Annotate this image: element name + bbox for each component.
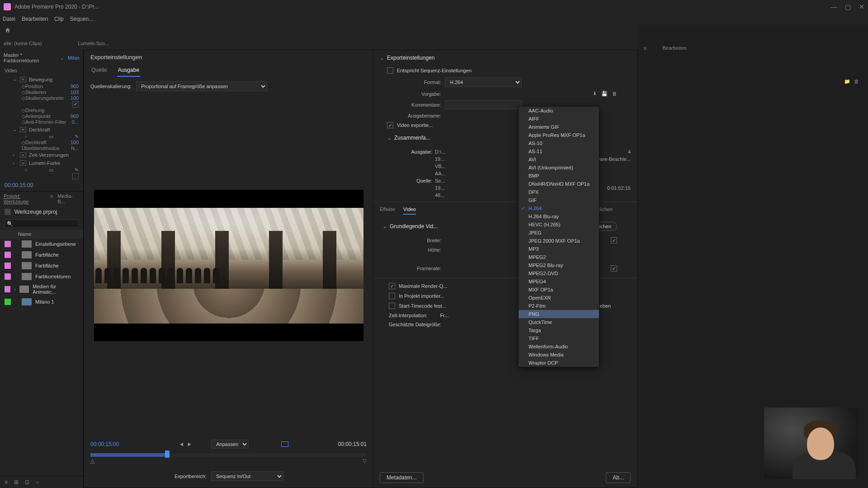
chevron-down-icon[interactable]: ⌄ [380,55,384,61]
prop-position[interactable]: ◇Position960 [0,84,83,89]
interp-value[interactable]: Fr... [440,313,449,318]
search-input[interactable] [5,220,79,228]
format-option[interactable]: AIFF [519,115,599,123]
opacity-masks[interactable]: ○▭✎ [0,134,83,140]
format-option[interactable]: MPEG4 [519,277,599,286]
prop-rotation[interactable]: ◇Drehung [0,108,83,113]
delete-preset-icon[interactable]: 🗑 [612,91,617,97]
menu-edit[interactable]: Bearbeiten [22,16,48,22]
format-option[interactable]: OpenEXR [519,294,599,302]
max-quality-cb[interactable] [389,283,395,289]
link-width-cb[interactable] [611,237,617,244]
freeform-icon[interactable]: ⊡ [25,479,29,485]
playhead[interactable] [165,450,170,458]
format-option[interactable]: AVI [519,155,599,164]
format-option[interactable]: Targa [519,326,599,334]
format-dropdown[interactable]: AAC-AudioAIFFAnimierte GIFApple ProRes M… [518,106,599,367]
scaling-select[interactable]: Proportional auf Framegröße anpassen [136,81,267,91]
effect-motion[interactable]: ⌄fxBewegung [0,75,83,84]
minimize-icon[interactable]: — [830,3,837,10]
list-view-icon[interactable]: ≡ [5,479,8,485]
project-item[interactable]: Farbfläche [0,260,83,271]
prop-scale[interactable]: ◇Skalieren103 [0,89,83,95]
folder-icon[interactable]: 📁 [844,79,850,84]
format-option[interactable]: Windows Media [519,351,599,359]
chevron-down-icon[interactable]: ⌄ [387,135,392,141]
format-option[interactable]: AVI (Unkomprimiert) [519,164,599,172]
prop-blend[interactable]: ÜberblendmodusN... [0,145,83,151]
format-option[interactable]: DNxHR/DNxHD MXF OP1a [519,180,599,188]
format-option[interactable]: Apple ProRes MXF OP1a [519,131,599,139]
maximize-icon[interactable]: ▢ [845,3,851,10]
timeline-track[interactable]: △▽ [84,453,373,468]
format-option[interactable]: AS-10 [519,139,599,147]
format-option[interactable]: Wellenform-Audio [519,343,599,351]
effect-opacity[interactable]: ⌄fxDeckkraft [0,125,83,134]
effects-timecode[interactable]: 00:00:15:00 [0,179,83,191]
metadata-button[interactable]: Metadaten... [380,472,424,483]
project-search[interactable] [0,218,83,230]
prop-opacity-val[interactable]: ◇Deckkraft100 [0,140,83,145]
tab-media[interactable]: Media-B... [57,193,80,204]
format-option[interactable]: MPEG2-DVD [519,269,599,277]
format-option[interactable]: HEVC (H.265) [519,221,599,229]
icon-view-icon[interactable]: ⊞ [14,479,19,485]
project-item[interactable]: ›Medien für Animatic... [0,282,83,296]
format-option[interactable]: TIFF [519,334,599,343]
tab-effects[interactable]: Effekte [380,205,395,215]
fit-select[interactable]: Anpassen [211,440,249,449]
format-option[interactable]: P2-Film [519,302,599,310]
format-option[interactable]: JPEG [519,229,599,237]
tab-output[interactable]: Ausgabe [117,64,140,77]
match-sequence-cb[interactable] [387,67,393,74]
zoom-icon[interactable]: ○ [36,479,39,485]
export-video-cb[interactable] [387,122,393,128]
project-item[interactable]: Farbkorrekturen [0,271,83,282]
format-option[interactable]: QuickTime [519,318,599,326]
col-name[interactable]: Name [0,230,83,239]
save-preset-icon[interactable]: 💾 [601,91,608,97]
format-option[interactable]: MP3 [519,245,599,253]
tab-project[interactable]: Projekt: Werkzeuge [4,193,46,204]
tab-source[interactable]: Quelle [90,64,108,77]
format-option[interactable]: MXF OP1a [519,286,599,294]
timecode-start[interactable]: 00:00:15:00 [90,441,119,447]
menu-sequence[interactable]: Sequen... [70,16,93,22]
format-option[interactable]: AS-11 [519,147,599,155]
out-marker[interactable]: ▽ [363,458,367,464]
format-option[interactable]: AAC-Audio [519,107,599,115]
format-option[interactable]: GIF [519,196,599,204]
in-marker[interactable]: △ [90,458,94,464]
effect-lumetri[interactable]: ›fxLumetri-Farbe [0,159,83,167]
import-project-cb[interactable] [389,293,395,299]
format-option[interactable]: MPEG2 Blu-ray [519,261,599,269]
prop-flicker[interactable]: ◇Anti-Flimmer-Filter0... [0,119,83,125]
clip-label[interactable]: Milan [68,55,80,61]
preview-video[interactable] [94,190,363,341]
project-item[interactable]: Einstellungsebene [0,239,83,249]
cancel-button[interactable]: Ab... [606,472,631,483]
comment-input[interactable] [445,100,522,109]
close-icon[interactable]: ✕ [859,3,864,10]
project-item[interactable]: Farbfläche [0,249,83,260]
project-item[interactable]: Milano 1 [0,296,83,307]
format-option[interactable]: H.264 Blu-ray [519,212,599,221]
right-tab-1[interactable]: s [644,45,646,51]
right-tab-edit[interactable]: Bearbeiten [663,45,687,51]
menu-clip[interactable]: Clip [54,16,64,22]
expand-icon[interactable]: › [14,286,16,292]
chevron-down-icon[interactable]: ⌄ [60,55,64,61]
format-select[interactable]: H.264 [445,77,522,87]
effect-time-remap[interactable]: ›fxZeit-Verzerrungen [0,151,83,159]
menu-file[interactable]: Datei [3,16,15,22]
format-option[interactable]: BMP [519,172,599,180]
download-preset-icon[interactable]: ⬇ [593,91,597,97]
uniform-scale-cb[interactable] [0,101,83,108]
format-option[interactable]: DPX [519,188,599,196]
format-option[interactable]: H.264 [519,204,599,212]
format-option[interactable]: MPEG2 [519,253,599,261]
range-select[interactable]: Sequenz In/Out [211,471,283,481]
tab-video[interactable]: Video [403,205,416,215]
hamburger-icon[interactable]: ≡ [50,193,53,204]
format-option[interactable]: Wraptor DCP [519,359,599,367]
